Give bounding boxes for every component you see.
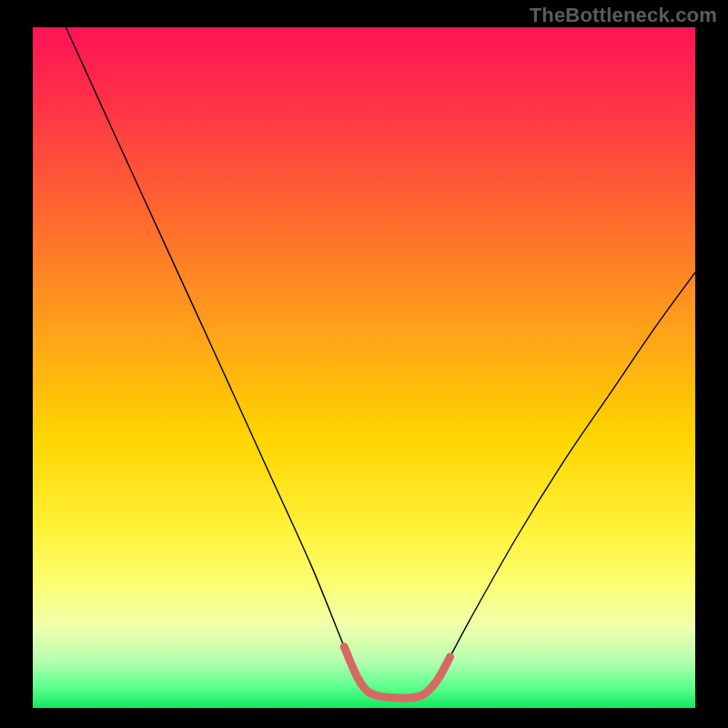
plot-gradient-area bbox=[33, 27, 695, 708]
chart-frame: TheBottleneck.com bbox=[0, 0, 728, 728]
watermark-text: TheBottleneck.com bbox=[530, 4, 717, 27]
